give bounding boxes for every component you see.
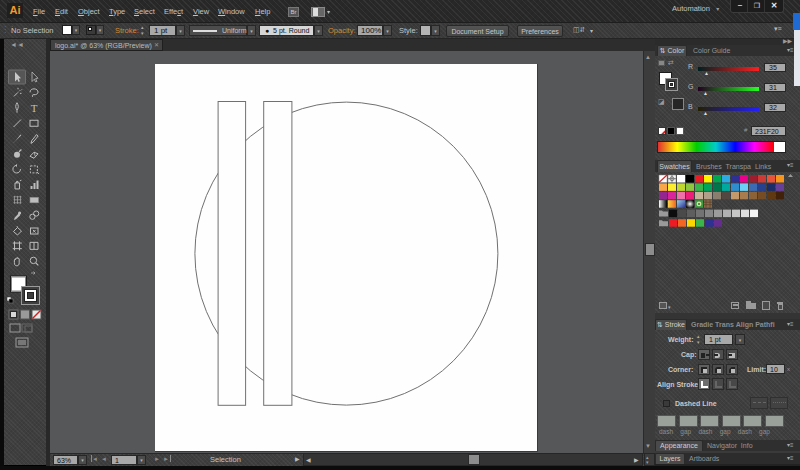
svg-text:◄◄: ◄◄ xyxy=(10,41,24,48)
